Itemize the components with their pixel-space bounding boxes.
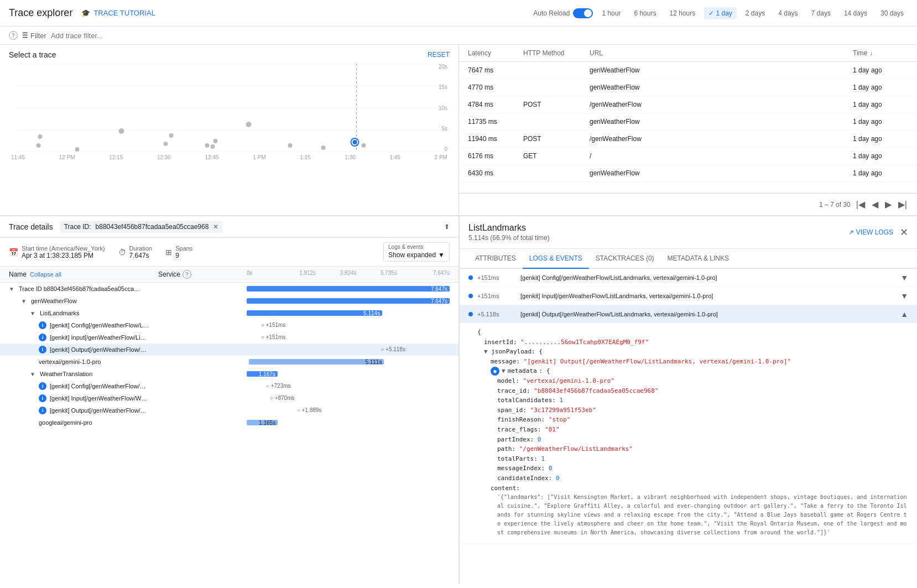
trace-rows: 7647 msgenWeatherFlow1 day ago 4770 msge… bbox=[459, 62, 917, 193]
x-axis: 11:45 12 PM 12:15 12:30 12:45 1 PM 1:15 … bbox=[9, 154, 450, 160]
graduation-icon: 🎓 bbox=[81, 9, 90, 17]
detail-close-button[interactable]: ✕ bbox=[900, 226, 908, 238]
trace-id-pill: Trace ID: b88043ef456b87fcadaa5ea05ccae9… bbox=[60, 221, 223, 233]
close-trace-button[interactable]: ✕ bbox=[213, 223, 218, 231]
svg-point-9 bbox=[119, 128, 124, 134]
expand-toggle[interactable]: ▼ bbox=[30, 310, 35, 316]
log-info-icon: i bbox=[39, 394, 46, 402]
view-logs-button[interactable]: ↗ VIEW LOGS bbox=[848, 228, 893, 236]
svg-point-14 bbox=[211, 144, 215, 149]
span-row[interactable]: ▼ WeatherTranslation 1.167s bbox=[0, 368, 459, 380]
span-row[interactable]: i [genkit] Config[/genWeatherFlow/Weathe… bbox=[0, 380, 459, 392]
span-row[interactable]: i [genkit] Config[/genWeatherFlow/ListLa… bbox=[0, 319, 459, 331]
span-row[interactable]: i [genkit] Input[/genWeatherFlow/ListLan… bbox=[0, 331, 459, 344]
span-table-header: Name Collapse all Service ? 0s 1.912s 3.… bbox=[0, 267, 459, 283]
log-info-icon: i bbox=[39, 407, 46, 414]
time-btn-14d[interactable]: 14 days bbox=[840, 7, 872, 19]
svg-point-6 bbox=[37, 143, 41, 148]
table-row[interactable]: 6430 msgenWeatherFlow1 day ago bbox=[459, 165, 917, 182]
header-controls: Auto Reload 1 hour 6 hours 12 hours ✓ 1 … bbox=[533, 7, 908, 19]
log-expand-icon[interactable]: ▲ bbox=[900, 310, 908, 319]
filter-icon: ☰ bbox=[22, 32, 28, 39]
chart-title: Select a trace bbox=[9, 50, 56, 59]
span-row[interactable]: ▼ genWeatherFlow 7.647s bbox=[0, 295, 459, 307]
span-row[interactable]: googleai/gemini-pro 1.165s bbox=[0, 417, 459, 426]
expand-toggle[interactable]: ▼ bbox=[30, 371, 35, 377]
table-row[interactable]: 4784 msPOST/genWeatherFlow1 day ago bbox=[459, 96, 917, 113]
prev-page-btn[interactable]: ◀ bbox=[871, 198, 879, 211]
svg-point-10 bbox=[164, 142, 168, 146]
tab-attributes[interactable]: ATTRIBUTES bbox=[468, 249, 523, 269]
span-row[interactable]: i [genkit] Output[/genWeatherFlow/Weathe… bbox=[0, 404, 459, 417]
spans-meta: ⊞ Spans 9 bbox=[165, 245, 192, 259]
svg-point-11 bbox=[169, 133, 174, 138]
time-btn-6h[interactable]: 6 hours bbox=[629, 7, 660, 19]
expand-toggle[interactable]: ▼ bbox=[21, 298, 27, 304]
time-btn-2d[interactable]: 2 days bbox=[741, 7, 769, 19]
next-page-btn[interactable]: ▶ bbox=[884, 198, 893, 211]
trace-pagination: 1 – 7 of 30 |◀ ◀ ▶ ▶| bbox=[459, 193, 917, 215]
json-payload-section[interactable]: ▼ jsonPayload: { bbox=[477, 347, 908, 357]
trace-details-title: Trace details bbox=[9, 222, 53, 231]
first-page-btn[interactable]: |◀ bbox=[855, 198, 866, 211]
logs-events-select[interactable]: Show expanded ▼ bbox=[384, 250, 449, 261]
span-row[interactable]: i [genkit] Input[/genWeatherFlow/Weather… bbox=[0, 392, 459, 404]
time-btn-1d[interactable]: ✓ 1 day bbox=[704, 7, 737, 19]
log-entry-header[interactable]: +5.118s [genkit] Output[/genWeatherFlow/… bbox=[460, 305, 917, 323]
filter-label-area: ☰ Filter bbox=[22, 32, 46, 40]
help-icon[interactable]: ? bbox=[9, 31, 18, 40]
log-entry: +151ms [genkit] Config[/genWeatherFlow/L… bbox=[460, 269, 917, 287]
detail-content: +151ms [genkit] Config[/genWeatherFlow/L… bbox=[460, 269, 917, 584]
span-rows: ▼ Trace ID b88043ef456b87fcadaa5ea05ccae… bbox=[0, 283, 459, 426]
log-entry: +151ms [genkit] Input[/genWeatherFlow/Li… bbox=[460, 287, 917, 305]
svg-point-16 bbox=[288, 143, 293, 148]
trace-details-panel: Trace details Trace ID: b88043ef456b87fc… bbox=[0, 216, 459, 584]
svg-point-7 bbox=[38, 134, 43, 139]
log-entry-header[interactable]: +151ms [genkit] Input[/genWeatherFlow/Li… bbox=[460, 287, 917, 305]
time-btn-12h[interactable]: 12 hours bbox=[665, 7, 700, 19]
tutorial-link[interactable]: 🎓 TRACE TUTORIAL bbox=[81, 9, 155, 17]
trace-meta: 📅 Start time (America/New_York) Apr 3 at… bbox=[0, 238, 459, 267]
log-entry-header[interactable]: +151ms [genkit] Config[/genWeatherFlow/L… bbox=[460, 269, 917, 287]
log-expanded-body: { insertId: "..........56ow1Tcahp0X7EAEg… bbox=[460, 323, 917, 544]
table-row[interactable]: 6176 msGET/1 day ago bbox=[459, 148, 917, 165]
table-row[interactable]: 7647 msgenWeatherFlow1 day ago bbox=[459, 62, 917, 79]
table-row[interactable]: 11735 msgenWeatherFlow1 day ago bbox=[459, 113, 917, 131]
span-row[interactable]: ▼ ListLandmarks 5.114s bbox=[0, 307, 459, 319]
detail-tabs: ATTRIBUTES LOGS & EVENTS STACKTRACES (0)… bbox=[460, 249, 917, 269]
tab-metadata-links[interactable]: METADATA & LINKS bbox=[661, 249, 736, 269]
reset-button[interactable]: RESET bbox=[428, 51, 450, 59]
auto-reload-switch[interactable] bbox=[573, 8, 593, 18]
table-row[interactable]: 11940 msPOST/genWeatherFlow1 day ago bbox=[459, 131, 917, 148]
metadata-section[interactable]: ● ▼ metadata: { bbox=[477, 366, 908, 376]
span-row[interactable]: vertexai/gemini-1.0-pro 5.111s bbox=[0, 356, 459, 368]
table-row[interactable]: 4770 msgenWeatherFlow1 day ago bbox=[459, 79, 917, 96]
tab-stacktraces[interactable]: STACKTRACES (0) bbox=[589, 249, 661, 269]
log-expand-icon[interactable]: ▼ bbox=[900, 292, 908, 300]
log-expand-icon[interactable]: ▼ bbox=[900, 273, 908, 282]
time-btn-1h[interactable]: 1 hour bbox=[597, 7, 625, 19]
detail-panel-header: ListLandmarks 5.114s (66.9% of total tim… bbox=[460, 216, 917, 249]
filter-input[interactable] bbox=[51, 32, 908, 40]
header: Trace explorer 🎓 TRACE TUTORIAL Auto Rel… bbox=[0, 0, 917, 27]
service-help-icon[interactable]: ? bbox=[183, 270, 191, 279]
last-page-btn[interactable]: ▶| bbox=[897, 198, 908, 211]
filter-bar: ? ☰ Filter bbox=[0, 27, 917, 45]
log-info-icon: i bbox=[39, 346, 46, 353]
expand-toggle[interactable]: ▼ bbox=[9, 286, 14, 292]
tab-logs-events[interactable]: LOGS & EVENTS bbox=[523, 249, 589, 269]
svg-point-19 bbox=[353, 140, 357, 144]
scatter-chart bbox=[9, 64, 450, 152]
span-row[interactable]: i [genkit] Output[/genWeatherFlow/ListLa… bbox=[0, 344, 459, 356]
time-btn-4d[interactable]: 4 days bbox=[774, 7, 802, 19]
expand-icon[interactable]: ⬆ bbox=[444, 223, 450, 231]
span-row[interactable]: ▼ Trace ID b88043ef456b87fcadaa5ea05ccae… bbox=[0, 283, 459, 295]
timer-icon: ⏱ bbox=[118, 248, 126, 257]
collapse-all-btn[interactable]: Collapse all bbox=[30, 271, 61, 278]
time-btn-30d[interactable]: 30 days bbox=[876, 7, 908, 19]
time-btn-7d[interactable]: 7 days bbox=[807, 7, 835, 19]
trace-table: Latency HTTP Method URL Time ↓ 7647 msge… bbox=[459, 45, 917, 215]
duration-meta: ⏱ Duration 7.647s bbox=[118, 245, 153, 259]
external-link-icon: ↗ bbox=[848, 228, 854, 236]
log-info-icon: i bbox=[39, 334, 46, 341]
